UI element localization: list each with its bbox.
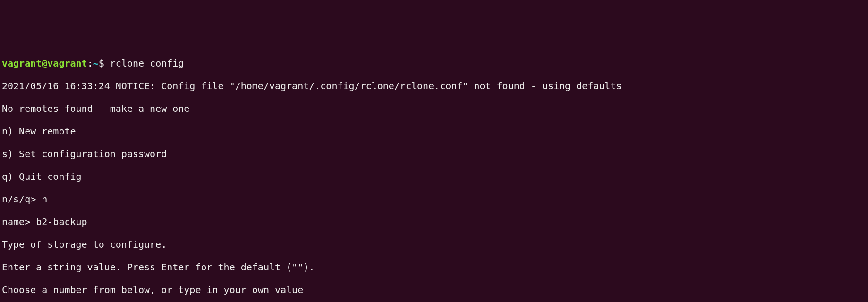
storage-type-line: Type of storage to configure. [2, 239, 866, 250]
prompt-sep: : [87, 58, 93, 69]
prompt-dollar: $ [99, 58, 104, 69]
prompt-path: ~ [93, 58, 99, 69]
name-prompt: name> [2, 216, 36, 227]
prompt-line: vagrant@vagrant:~$ rclone config [2, 58, 866, 69]
prompt-user: vagrant@vagrant [2, 58, 87, 69]
option-set-password: s) Set configuration password [2, 148, 866, 159]
notice-line: 2021/05/16 16:33:24 NOTICE: Config file … [2, 80, 866, 92]
menu-prompt-line: n/s/q> n [2, 193, 866, 205]
choose-number-line: Choose a number from below, or type in y… [2, 284, 866, 295]
name-prompt-line: name> b2-backup [2, 216, 866, 227]
option-quit: q) Quit config [2, 171, 866, 182]
name-input[interactable]: b2-backup [36, 216, 87, 227]
option-new-remote: n) New remote [2, 126, 866, 137]
menu-input[interactable]: n [42, 193, 47, 205]
no-remotes-line: No remotes found - make a new one [2, 103, 866, 114]
menu-prompt: n/s/q> [2, 193, 42, 205]
terminal-output[interactable]: vagrant@vagrant:~$ rclone config 2021/05… [2, 46, 866, 302]
enter-string-line: Enter a string value. Press Enter for th… [2, 261, 866, 273]
command-text: rclone config [110, 58, 184, 69]
